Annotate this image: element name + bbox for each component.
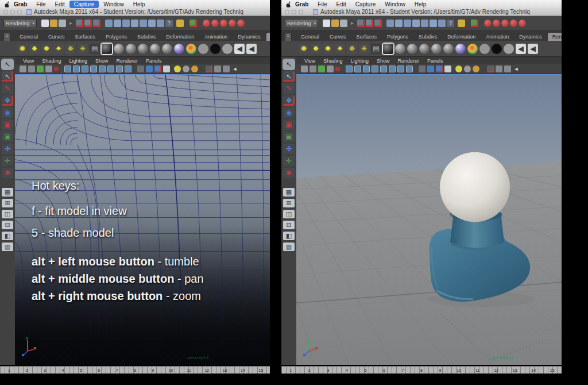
exposure-icon[interactable] [163,66,170,72]
lock-selection-icon[interactable] [176,20,184,27]
layout-three-pane-button[interactable]: ◧ [2,232,13,240]
layout-outliner-persp-button[interactable]: ▥ [2,242,13,251]
highlight-selection-icon[interactable] [189,20,197,27]
field-chart-icon[interactable] [372,66,378,72]
timeline-frame-1[interactable]: 1 [281,368,300,372]
output-connections-icon[interactable] [438,20,446,27]
phong-e-material-icon[interactable] [162,44,172,54]
perspective-viewport-wireframe[interactable]: Hot keys: f - fit model in view 5 - shad… [15,74,270,365]
panel-menu-renderer[interactable]: Renderer [394,58,423,64]
save-scene-icon[interactable] [340,20,347,27]
shading-group-icon[interactable] [102,44,112,54]
safe-title-icon[interactable] [107,66,114,72]
hypershade-icon[interactable] [229,20,236,27]
soft-modification-tool[interactable]: ✣ [2,144,13,154]
lock-camera-icon[interactable] [28,66,35,72]
directional-light-icon[interactable]: ✹ [323,44,333,54]
select-tool[interactable]: ↖ [283,59,295,70]
shelf-tab-curves[interactable]: Curves [44,33,69,41]
timeline-frame-6[interactable]: 6 [90,368,108,372]
fill-mode-icon[interactable] [125,66,131,72]
layout-outliner-persp-button[interactable]: ▥ [283,242,295,251]
timeline-frame-12[interactable]: 12 [198,368,216,372]
new-scene-icon[interactable] [41,20,49,27]
volume-light-icon[interactable]: ✳ [359,44,369,54]
xray-active-icon[interactable] [154,66,161,72]
timeline-frame-14[interactable]: 14 [234,368,252,372]
shelf-tab-deformation[interactable]: Deformation [443,33,480,41]
minimize-window-button[interactable] [10,10,15,14]
open-scene-icon[interactable] [331,20,339,27]
point-light-icon[interactable]: ✺ [17,44,28,54]
panel-menu-panels[interactable]: Panels [424,58,447,64]
panel-menu-renderer[interactable]: Renderer [113,58,141,64]
apple-icon[interactable] [3,1,11,7]
menu-capture[interactable]: Capture [69,1,99,8]
perspective-viewport-shaded[interactable]: y areaLight1 [296,74,562,365]
layout-four-pane-button[interactable]: ⊞ [2,199,13,207]
select-object-icon[interactable] [366,20,373,27]
panel-menu-view[interactable]: View [301,58,319,64]
timeline-frame-3[interactable]: 3 [36,368,54,372]
help-line-icon[interactable]: ? [165,20,173,27]
select-object-icon[interactable] [84,20,92,27]
ipr-shelf-icon[interactable]: ◀ [528,44,538,54]
timeline-frame-6[interactable]: 6 [375,368,394,372]
zoom-window-button[interactable] [17,10,22,14]
lambert-material-icon[interactable] [419,44,430,54]
resolution-gate-icon[interactable] [354,66,361,72]
open-scene-icon[interactable] [50,20,57,27]
menu-help[interactable]: Help [129,1,150,8]
gate-mask-icon[interactable] [82,66,88,72]
menu-window[interactable]: Window [380,1,410,8]
snap-to-planes-icon[interactable] [412,20,420,27]
snap-to-points-icon[interactable] [122,20,130,27]
menu-help[interactable]: Help [410,1,431,8]
ipr-render-icon[interactable] [493,20,500,27]
select-camera-icon[interactable] [301,66,308,72]
ipr-render-icon[interactable] [211,20,219,27]
timeline-frame-8[interactable]: 8 [126,368,144,372]
timeline-frame-5[interactable]: 5 [72,368,90,372]
env-ball-material-icon[interactable] [174,44,184,54]
timeline-frame-7[interactable]: 7 [393,368,412,372]
panel-menu-lighting[interactable]: Lighting [65,58,91,64]
lock-camera-icon[interactable] [310,66,316,72]
layout-two-pane-side-button[interactable]: ◫ [283,210,295,218]
timeline-frame-14[interactable]: 14 [524,368,543,372]
snap-to-points-icon[interactable] [404,20,411,27]
timeline-frame-8[interactable]: 8 [412,368,431,372]
point-light-icon[interactable]: ✺ [299,44,309,54]
render-settings-icon[interactable] [220,20,227,27]
shelf-selector-widget[interactable]: ≡ [3,33,10,41]
render-view-icon[interactable] [237,20,245,27]
timeline-frame-13[interactable]: 13 [216,368,234,372]
timeline-frame-11[interactable]: 11 [180,368,198,372]
output-connections-icon[interactable] [157,20,164,27]
render-view-shelf-icon[interactable]: ◀ [234,44,245,54]
shadows-icon[interactable] [496,66,502,72]
timeline-frame-7[interactable]: 7 [108,368,126,372]
bookmark-icon[interactable] [327,66,334,72]
menu-set-dropdown[interactable]: Rendering ▾ [3,19,37,28]
soft-modification-tool[interactable]: ✣ [283,144,295,154]
use-background-icon[interactable] [492,44,502,54]
layout-single-pane-button[interactable]: ▦ [283,188,295,197]
timeline-frame-3[interactable]: 3 [319,368,338,372]
field-chart-icon[interactable] [90,66,97,72]
surface-shader-icon[interactable] [479,44,490,54]
phong-e-material-icon[interactable] [443,44,454,54]
grid-display-icon[interactable] [397,66,404,72]
use-background-icon[interactable] [210,44,220,54]
lambert-material-icon[interactable] [138,44,148,54]
shelf-tab-dynamics[interactable]: Dynamics [514,33,547,41]
shadows-icon[interactable] [214,66,221,72]
camera-attributes-icon[interactable] [37,66,44,72]
timeline-frame-5[interactable]: 5 [356,368,375,372]
bookmark-icon[interactable] [45,66,52,72]
menu-set-dropdown[interactable]: Rendering ▾ [285,19,318,28]
lasso-select-tool[interactable]: ↖ [283,71,295,82]
image-plane-icon[interactable] [335,67,340,71]
layout-single-pane-button[interactable]: ▦ [2,188,13,197]
select-camera-icon[interactable] [20,66,26,72]
